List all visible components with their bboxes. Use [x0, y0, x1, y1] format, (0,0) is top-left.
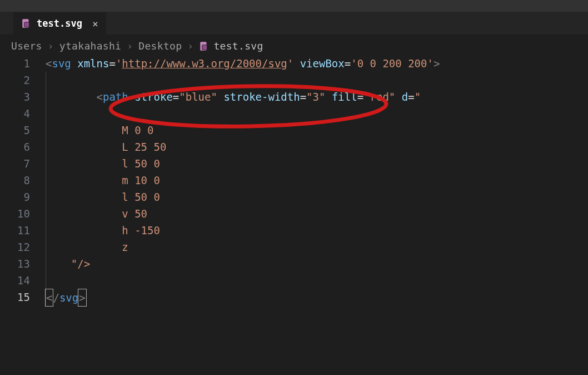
line-number: 13 [0, 255, 30, 272]
breadcrumb-item-file[interactable]: test.svg [199, 40, 263, 52]
line-number-gutter: 1 2 3 4 5 6 7 8 9 10 11 12 13 14 15 [0, 55, 46, 305]
code-line: "/> [46, 255, 588, 272]
breadcrumb-file-label: test.svg [213, 40, 263, 52]
code-editor[interactable]: 1 2 3 4 5 6 7 8 9 10 11 12 13 14 15 <svg… [0, 55, 588, 305]
close-icon[interactable]: × [92, 18, 98, 29]
breadcrumb-item-users[interactable]: Users [11, 40, 42, 52]
code-line [46, 72, 588, 88]
line-number: 4 [0, 105, 30, 122]
code-line: L 25 50 [46, 139, 588, 155]
line-number: 15 [0, 289, 30, 305]
code-line [46, 272, 588, 289]
code-line [46, 105, 588, 122]
title-bar [0, 0, 588, 12]
code-line: h -150 [46, 222, 588, 239]
line-number: 8 [0, 172, 30, 189]
breadcrumb-item-desktop[interactable]: Desktop [138, 40, 182, 52]
file-svg-icon [199, 41, 209, 51]
line-number: 3 [0, 88, 30, 105]
chevron-right-icon: › [127, 40, 133, 52]
line-number: 2 [0, 72, 30, 88]
code-line: l 50 0 [46, 189, 588, 205]
chevron-right-icon: › [48, 40, 54, 52]
file-svg-icon [21, 18, 31, 28]
line-number: 9 [0, 189, 30, 205]
code-line: v 50 [46, 205, 588, 222]
tabs-bar: test.svg × [0, 12, 588, 34]
breadcrumb-item-ytakahashi[interactable]: ytakahashi [59, 40, 121, 52]
code-line: z [46, 239, 588, 255]
code-line: l 50 0 [46, 155, 588, 172]
code-line: </svg> [46, 289, 588, 305]
chevron-right-icon: › [187, 40, 193, 52]
svg-rect-3 [202, 45, 207, 50]
line-number: 10 [0, 205, 30, 222]
code-line: m 10 0 [46, 172, 588, 189]
line-number: 11 [0, 222, 30, 239]
code-line: M 0 0 [46, 122, 588, 139]
line-number: 1 [0, 55, 30, 72]
tab-test-svg[interactable]: test.svg × [13, 12, 107, 34]
code-line: <svg xmlns='http://www.w3.org/2000/svg' … [46, 55, 588, 72]
line-number: 14 [0, 272, 30, 289]
tab-label: test.svg [37, 18, 82, 29]
line-number: 12 [0, 239, 30, 255]
code-line: <path stroke="blue" stroke-width="3" fil… [46, 88, 588, 105]
line-number: 5 [0, 122, 30, 139]
line-number: 6 [0, 139, 30, 155]
code-area[interactable]: <svg xmlns='http://www.w3.org/2000/svg' … [46, 55, 588, 305]
line-number: 7 [0, 155, 30, 172]
svg-rect-1 [24, 22, 29, 27]
breadcrumb: Users › ytakahashi › Desktop › test.svg [0, 34, 588, 55]
